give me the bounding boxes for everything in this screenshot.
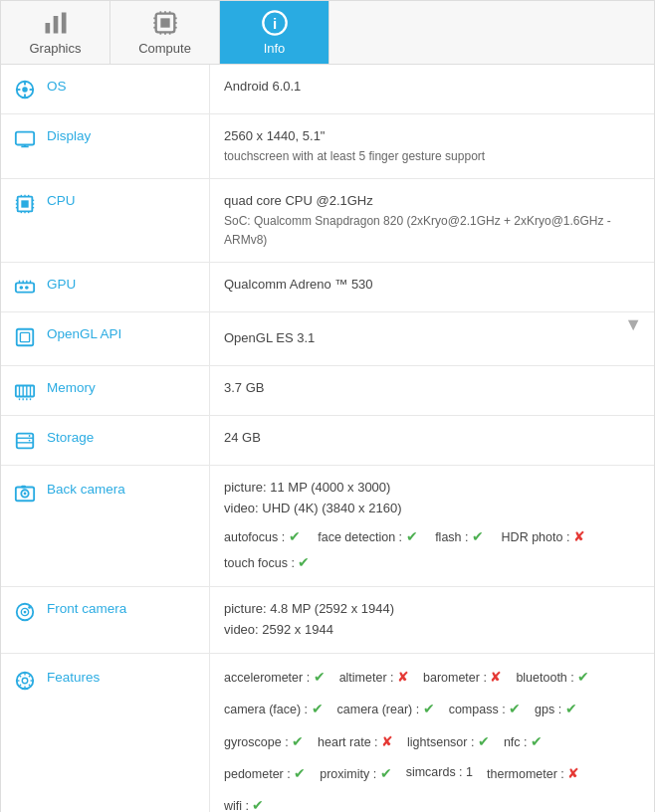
features-row-2: camera (face) : ✔ camera (rear) : ✔ comp… [224,698,642,725]
label-cpu: CPU [1,179,210,262]
storage-label: Storage [47,428,94,445]
svg-point-20 [22,87,28,93]
back-camera-features: autofocus : ✔ face detection : ✔ flash :… [224,525,642,548]
value-opengl: OpenGL ES 3.1 ▼ [210,312,654,365]
tab-graphics[interactable]: Graphics [1,1,110,64]
feature-gps: gps : ✔ [535,698,577,719]
svg-rect-1 [53,16,58,34]
chevron-down-icon[interactable]: ▼ [624,310,642,339]
svg-rect-51 [16,385,34,396]
tab-info-label: Info [264,41,286,56]
label-storage: Storage [1,416,210,465]
display-icon [11,126,39,150]
feature-altimeter: altimeter : ✘ [339,666,409,688]
feature-touch-focus: touch focus : ✔ [224,556,310,570]
svg-rect-49 [17,329,34,346]
row-storage: Storage 24 GB [1,416,654,466]
chip-icon [151,9,179,37]
svg-rect-67 [21,486,26,489]
value-memory: 3.7 GB [210,366,654,415]
label-front-camera: Front camera [1,587,210,653]
value-cpu: quad core CPU @2.1GHz SoC: Qualcomm Snap… [210,179,654,262]
svg-rect-25 [16,132,34,145]
features-label: Features [47,668,100,685]
feature-gyroscope: gyroscope : ✔ [224,730,304,752]
feature-lightsensor: lightsensor : ✔ [407,730,490,752]
svg-rect-0 [45,23,50,34]
feature-barometer: barometer : ✘ [423,666,502,688]
row-display: Display 2560 x 1440, 5.1" touchscreen wi… [1,114,654,179]
row-os: OS Android 6.0.1 [1,65,654,114]
os-label: OS [47,77,67,94]
svg-point-64 [29,440,31,442]
feature-autofocus: autofocus : ✔ [224,530,301,544]
row-cpu: CPU quad core CPU @2.1GHz SoC: Qualcomm … [1,179,654,263]
front-camera-label: Front camera [47,599,126,616]
svg-text:i: i [272,15,276,32]
label-opengl: OpenGL API [1,312,210,365]
display-label: Display [47,126,91,143]
svg-rect-2 [61,13,66,34]
svg-point-63 [29,435,31,437]
feature-hdr-photo: HDR photo : ✘ [502,530,585,544]
cpu-label: CPU [47,191,76,208]
svg-point-74 [22,678,28,684]
svg-line-82 [19,685,21,687]
value-display: 2560 x 1440, 5.1" touchscreen with at le… [210,114,654,178]
features-icon [11,668,39,692]
memory-label: Memory [47,378,96,395]
svg-point-68 [24,492,27,495]
feature-flash: flash : ✔ [435,530,484,544]
back-camera-icon [11,480,39,504]
info-table: OS Android 6.0.1 Display 2560 x 1440, 5 [1,65,654,812]
row-gpu: GPU Qualcomm Adreno ™ 530 [1,263,654,312]
svg-line-80 [29,685,31,687]
svg-line-79 [19,675,21,677]
feature-wifi: wifi : ✔ [224,799,264,812]
svg-rect-50 [20,333,29,342]
value-storage: 24 GB [210,416,654,465]
opengl-icon [11,324,39,348]
svg-point-71 [24,611,27,614]
svg-point-72 [28,606,31,609]
feature-simcards: simcards : 1 [406,762,473,784]
feature-pedometer: pedometer : ✔ [224,762,306,784]
feature-nfc: nfc : ✔ [504,730,543,752]
os-icon [11,77,39,101]
feature-face-detection: face detection : ✔ [318,530,417,544]
value-features: accelerometer : ✔ altimeter : ✘ baromete… [210,654,654,812]
feature-heart-rate: heart rate : ✘ [318,730,393,752]
feature-proximity: proximity : ✔ [320,762,391,784]
svg-point-44 [25,286,29,290]
features-row-1: accelerometer : ✔ altimeter : ✘ baromete… [224,666,642,694]
svg-line-81 [29,675,31,677]
tab-compute-label: Compute [138,41,191,56]
feature-compass: compass : ✔ [449,698,521,719]
svg-point-43 [20,286,24,290]
tab-bar: Graphics Compute [1,1,654,65]
feature-bluetooth: bluetooth : ✔ [516,666,589,688]
feature-accelerometer: accelerometer : ✔ [224,666,326,688]
front-camera-icon [11,599,39,623]
tab-graphics-label: Graphics [29,41,81,56]
label-gpu: GPU [1,263,210,311]
svg-rect-29 [21,200,28,207]
value-os: Android 6.0.1 [210,65,654,113]
feature-thermometer: thermometer : ✘ [487,762,579,784]
tab-info[interactable]: i Info [220,1,329,64]
cpu-icon [11,191,39,215]
gpu-label: GPU [47,275,76,292]
back-camera-touch: touch focus : ✔ [224,551,642,574]
features-row-5: wifi : ✔ [224,794,642,812]
feature-camera-face: camera (face) : ✔ [224,698,324,719]
row-front-camera: Front camera picture: 4.8 MP (2592 x 194… [1,587,654,654]
row-opengl: OpenGL API OpenGL ES 3.1 ▼ [1,312,654,366]
tab-compute[interactable]: Compute [110,1,220,64]
gpu-icon [11,275,39,299]
back-camera-label: Back camera [47,480,125,497]
storage-icon [11,428,39,452]
main-container: Graphics Compute [0,0,655,812]
svg-rect-4 [160,18,169,27]
memory-icon [11,378,39,402]
label-os: OS [1,65,210,113]
